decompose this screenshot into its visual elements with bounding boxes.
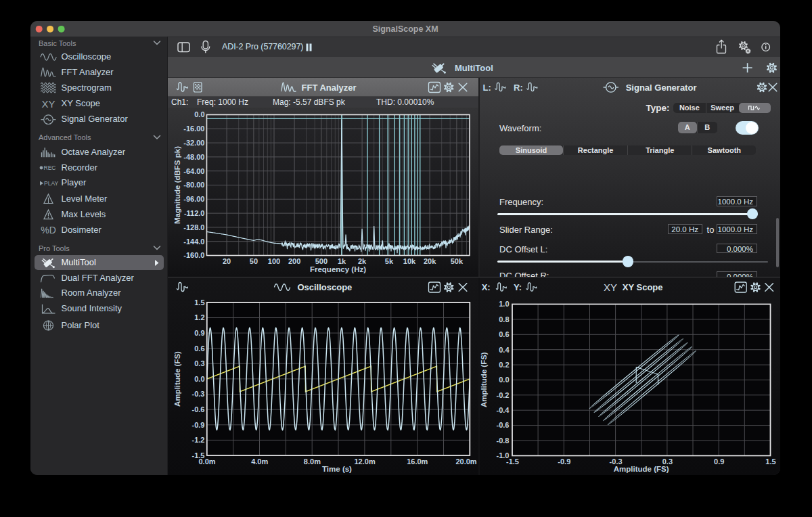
svg-text:12.0m: 12.0m <box>354 457 375 466</box>
svg-text:0.0: 0.0 <box>499 376 509 384</box>
svg-text:0.9: 0.9 <box>714 457 724 466</box>
svg-text:REC: REC <box>44 164 56 171</box>
svg-text:0.9: 0.9 <box>194 329 204 337</box>
svg-text:-0.3: -0.3 <box>610 457 623 466</box>
svg-text:0.8: 0.8 <box>499 315 509 323</box>
svg-text:1k: 1k <box>338 257 346 265</box>
svg-text:20.0m: 20.0m <box>455 457 476 466</box>
svg-text:-1.5: -1.5 <box>506 457 519 466</box>
svg-text:-128.0: -128.0 <box>183 223 204 231</box>
svg-text:-0.9: -0.9 <box>192 421 205 429</box>
svg-text:-0.6: -0.6 <box>497 421 510 429</box>
svg-text:0.0: 0.0 <box>194 110 204 118</box>
svg-text:Amplitude (FS): Amplitude (FS) <box>173 351 181 407</box>
svg-text:%D: %D <box>41 225 56 235</box>
svg-text:0.3: 0.3 <box>194 359 204 367</box>
svg-text:100: 100 <box>268 257 280 265</box>
svg-text:50: 50 <box>250 257 258 265</box>
svg-text:Time (s): Time (s) <box>322 465 352 473</box>
svg-text:Frequency (Hz): Frequency (Hz) <box>310 265 366 273</box>
svg-text:0.6: 0.6 <box>499 330 509 338</box>
svg-text:Magnitude (dBFS pk): Magnitude (dBFS pk) <box>173 146 181 224</box>
svg-text:0.4: 0.4 <box>499 346 510 354</box>
svg-text:-0.3: -0.3 <box>192 390 205 398</box>
svg-text:0.6: 0.6 <box>194 344 204 353</box>
svg-text:-112.0: -112.0 <box>184 209 205 217</box>
svg-text:-0.2: -0.2 <box>497 391 510 399</box>
svg-text:0.0: 0.0 <box>194 375 204 383</box>
svg-text:-16.00: -16.00 <box>183 125 204 133</box>
svg-text:-64.00: -64.00 <box>183 167 204 175</box>
svg-text:-144.0: -144.0 <box>183 238 204 246</box>
svg-text:-0.4: -0.4 <box>497 406 510 414</box>
svg-text:-96.00: -96.00 <box>183 195 204 203</box>
svg-text:4.0m: 4.0m <box>251 457 268 466</box>
svg-text:1.5: 1.5 <box>194 298 204 307</box>
svg-text:500: 500 <box>315 257 328 265</box>
svg-text:16.0m: 16.0m <box>407 457 428 466</box>
svg-text:8.0m: 8.0m <box>304 457 321 466</box>
svg-text:10k: 10k <box>403 257 416 265</box>
svg-text:1.5: 1.5 <box>765 457 775 466</box>
svg-text:20: 20 <box>223 257 231 265</box>
svg-text:1.0: 1.0 <box>499 300 509 308</box>
svg-text:Amplitude (FS): Amplitude (FS) <box>480 352 488 407</box>
svg-text:-48.00: -48.00 <box>183 153 204 161</box>
svg-text:-0.8: -0.8 <box>497 436 510 445</box>
svg-text:0.2: 0.2 <box>499 361 509 369</box>
svg-text:Amplitude (FS): Amplitude (FS) <box>614 465 669 473</box>
svg-text:5k: 5k <box>385 257 394 265</box>
svg-text:0.0m: 0.0m <box>198 457 215 466</box>
svg-text:XY: XY <box>41 98 55 110</box>
svg-text:-160.0: -160.0 <box>183 251 204 259</box>
svg-text:200: 200 <box>288 257 300 265</box>
svg-text:-0.9: -0.9 <box>558 457 570 466</box>
svg-text:-80.00: -80.00 <box>183 181 204 189</box>
svg-text:-0.6: -0.6 <box>192 405 205 413</box>
svg-text:2k: 2k <box>358 257 367 265</box>
svg-text:-1.2: -1.2 <box>192 436 205 444</box>
svg-text:50k: 50k <box>451 257 464 265</box>
svg-text:20k: 20k <box>424 257 436 265</box>
svg-text:PLAY: PLAY <box>44 180 58 187</box>
svg-text:-32.00: -32.00 <box>183 139 204 147</box>
svg-text:0.3: 0.3 <box>662 457 673 466</box>
svg-text:1.2: 1.2 <box>194 313 204 321</box>
